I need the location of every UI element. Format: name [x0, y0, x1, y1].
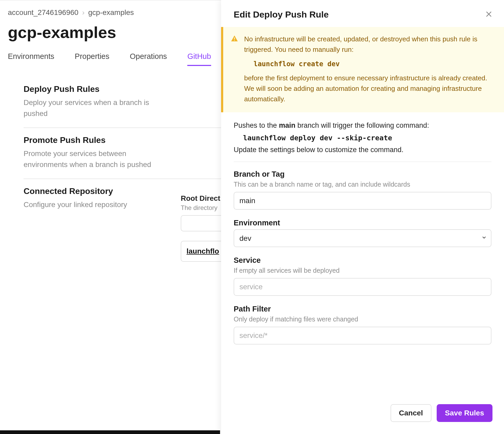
warning-line1: No infrastructure will be created, updat… [244, 35, 477, 53]
tab-properties[interactable]: Properties [75, 52, 109, 66]
cancel-button[interactable]: Cancel [391, 404, 431, 422]
environment-select[interactable]: dev [234, 229, 491, 247]
warning-banner: No infrastructure will be created, updat… [221, 27, 504, 112]
repo-link[interactable]: launchflo [187, 247, 219, 255]
branch-label: Branch or Tag [234, 170, 491, 179]
warning-line2: before the first deployment to ensure ne… [244, 74, 487, 103]
intro-cmd: launchflow deploy dev --skip-create [243, 134, 491, 142]
chevron-right-icon: › [82, 8, 84, 17]
panel-title: Edit Deploy Push Rule [234, 9, 329, 20]
environment-label: Environment [234, 219, 491, 227]
section-desc: Promote your services between environmen… [24, 148, 160, 170]
warning-cmd: launchflow create dev [254, 59, 495, 69]
save-rules-button[interactable]: Save Rules [437, 404, 492, 422]
intro-update: Update the settings below to customize t… [234, 144, 491, 155]
tab-operations[interactable]: Operations [130, 52, 167, 66]
close-icon[interactable] [485, 10, 492, 19]
branch-input[interactable] [234, 192, 491, 210]
svg-rect-2 [234, 37, 235, 40]
section-desc: Deploy your services when a branch is pu… [24, 97, 160, 119]
section-desc: Configure your linked repository [24, 199, 160, 210]
branch-hint: This can be a branch name or tag, and ca… [234, 181, 491, 188]
breadcrumb-account[interactable]: account_2746196960 [8, 8, 78, 17]
divider [234, 162, 491, 162]
tab-environments[interactable]: Environments [8, 52, 54, 66]
svg-rect-3 [234, 40, 235, 41]
service-label: Service [234, 256, 491, 265]
breadcrumb-project[interactable]: gcp-examples [88, 8, 134, 17]
service-input[interactable] [234, 278, 491, 296]
intro-suffix: branch will trigger the following comman… [295, 121, 429, 129]
tab-github[interactable]: GitHub [187, 52, 211, 66]
path-filter-label: Path Filter [234, 305, 491, 313]
path-filter-input[interactable] [234, 327, 491, 344]
intro-prefix: Pushes to the [234, 121, 279, 129]
warning-icon [231, 35, 238, 104]
path-filter-hint: Only deploy if matching files were chang… [234, 315, 491, 323]
intro-branch: main [279, 121, 295, 129]
edit-deploy-push-rule-panel: Edit Deploy Push Rule No infrastructure … [221, 0, 504, 434]
bottom-bar [0, 430, 220, 434]
service-hint: If empty all services will be deployed [234, 267, 491, 274]
